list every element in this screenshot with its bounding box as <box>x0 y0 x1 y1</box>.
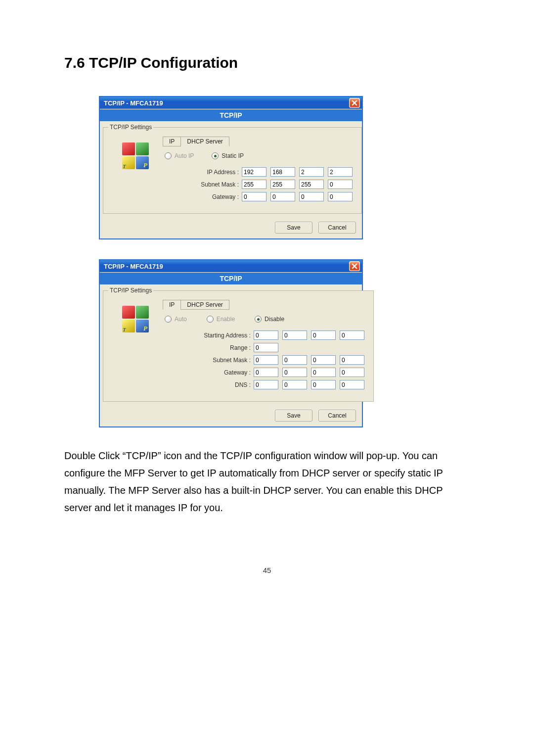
gateway-octet-3[interactable]: 0 <box>299 192 324 201</box>
radio-disable-label: Disable <box>265 316 284 323</box>
label-ip-address: IP Address : <box>177 169 242 176</box>
radio-static-ip[interactable]: Static IP <box>212 152 244 159</box>
ip-address-octet-4[interactable]: 2 <box>328 167 353 177</box>
radio-disable[interactable]: Disable <box>255 316 284 323</box>
subnet-mask-octet-2[interactable]: 0 <box>282 355 307 365</box>
subnet-mask-octet-4[interactable]: 0 <box>340 355 364 365</box>
tcpip-dialog-ip: TCP/IP - MFCA1719 TCP/IP TCP/IP Settings… <box>99 96 363 239</box>
section-heading: 7.6 TCP/IP Configuration <box>64 54 470 71</box>
tab-ip[interactable]: IP <box>163 137 181 146</box>
starting-address-octet-2[interactable]: 0 <box>282 331 307 340</box>
tcpip-settings-group: TCP/IP Settings TP IP DHCP Server <box>103 287 374 402</box>
gateway-octet-2[interactable]: 0 <box>282 368 307 377</box>
tab-row: IP DHCP Server <box>163 300 368 310</box>
dns-octet-1[interactable]: 0 <box>254 380 278 389</box>
page-number: 45 <box>64 566 470 574</box>
dns-octet-2[interactable]: 0 <box>282 380 307 389</box>
subnet-mask-octet-3[interactable]: 255 <box>299 180 324 189</box>
gateway-octet-1[interactable]: 0 <box>242 192 267 201</box>
cancel-button[interactable]: Cancel <box>318 410 356 422</box>
label-range: Range : <box>177 344 254 351</box>
tab-row: IP DHCP Server <box>163 137 356 146</box>
window-title: TCP/IP - MFCA1719 <box>104 99 163 107</box>
subnet-mask-octet-2[interactable]: 255 <box>270 180 295 189</box>
radio-auto-ip-label: Auto IP <box>175 152 194 159</box>
tcpip-settings-group: TCP/IP Settings TP IP DHCP Server <box>103 124 362 214</box>
titlebar: TCP/IP - MFCA1719 <box>100 97 362 109</box>
description-paragraph: Double Click “TCP/IP” icon and the TCP/I… <box>64 447 470 517</box>
ip-address-octet-1[interactable]: 192 <box>242 167 267 177</box>
starting-address-octet-3[interactable]: 0 <box>311 331 336 340</box>
ip-mode-radios: Auto IP Static IP <box>165 152 356 159</box>
label-starting-address: Starting Address : <box>177 332 254 339</box>
range-input[interactable]: 0 <box>254 343 278 352</box>
label-dns: DNS : <box>177 381 254 388</box>
starting-address-octet-1[interactable]: 0 <box>254 331 278 340</box>
gateway-octet-3[interactable]: 0 <box>311 368 336 377</box>
dns-octet-4[interactable]: 0 <box>340 380 364 389</box>
save-button[interactable]: Save <box>275 410 312 422</box>
radio-static-ip-label: Static IP <box>222 152 244 159</box>
ip-address-octet-3[interactable]: 2 <box>299 167 324 177</box>
close-icon[interactable] <box>349 98 360 108</box>
radio-auto-label: Auto <box>175 316 187 323</box>
subnet-mask-octet-1[interactable]: 255 <box>242 180 267 189</box>
label-subnet-mask: Subnet Mask : <box>177 357 254 364</box>
starting-address-octet-4[interactable]: 0 <box>340 331 364 340</box>
tab-dhcp-server[interactable]: DHCP Server <box>180 137 229 146</box>
save-button[interactable]: Save <box>275 222 312 234</box>
gateway-octet-4[interactable]: 0 <box>328 192 353 201</box>
radio-auto-ip[interactable]: Auto IP <box>165 152 194 159</box>
radio-auto[interactable]: Auto <box>165 316 187 323</box>
label-subnet-mask: Subnet Mask : <box>177 181 242 188</box>
dhcp-mode-radios: Auto Enable Disable <box>165 316 368 323</box>
titlebar: TCP/IP - MFCA1719 <box>100 260 362 272</box>
group-legend: TCP/IP Settings <box>108 287 153 294</box>
group-legend: TCP/IP Settings <box>108 124 153 131</box>
label-gateway: Gateway : <box>177 369 254 376</box>
dns-octet-3[interactable]: 0 <box>311 380 336 389</box>
radio-enable-label: Enable <box>217 316 235 323</box>
ip-address-octet-2[interactable]: 168 <box>270 167 295 177</box>
subnet-mask-octet-3[interactable]: 0 <box>311 355 336 365</box>
tcpip-icon: TP <box>122 306 149 332</box>
radio-enable[interactable]: Enable <box>207 316 235 323</box>
tcpip-dialog-dhcp: TCP/IP - MFCA1719 TCP/IP TCP/IP Settings… <box>99 259 363 427</box>
panel-heading: TCP/IP <box>100 109 362 122</box>
tab-dhcp-server[interactable]: DHCP Server <box>180 300 229 310</box>
close-icon[interactable] <box>349 261 360 271</box>
subnet-mask-octet-1[interactable]: 0 <box>254 355 278 365</box>
panel-heading: TCP/IP <box>100 272 362 285</box>
label-gateway: Gateway : <box>177 193 242 200</box>
gateway-octet-1[interactable]: 0 <box>254 368 278 377</box>
gateway-octet-4[interactable]: 0 <box>340 368 364 377</box>
window-title: TCP/IP - MFCA1719 <box>104 263 163 270</box>
tab-ip[interactable]: IP <box>163 300 181 310</box>
gateway-octet-2[interactable]: 0 <box>270 192 295 201</box>
cancel-button[interactable]: Cancel <box>318 222 356 234</box>
tcpip-icon: TP <box>122 142 149 169</box>
subnet-mask-octet-4[interactable]: 0 <box>328 180 353 189</box>
